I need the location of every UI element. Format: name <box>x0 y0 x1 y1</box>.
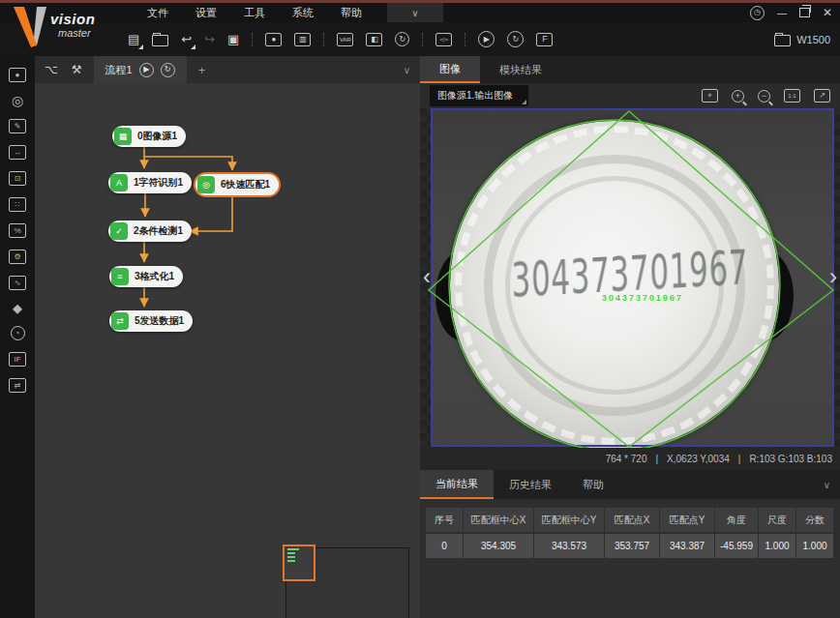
condition-node-icon: ✓ <box>110 222 128 240</box>
image-source-selector[interactable]: 图像源1.输出图像 <box>430 85 528 106</box>
flow-node-ocr[interactable]: A 1字符识别1 <box>108 172 192 193</box>
performance-icon[interactable]: ◷ <box>750 6 765 20</box>
minimap-viewport[interactable] <box>283 544 315 581</box>
data-exchange-icon[interactable]: ⇄ <box>9 378 26 393</box>
cell-index: 0 <box>426 534 463 558</box>
run-continuous-icon[interactable]: ↻ <box>507 31 524 47</box>
format-f-icon[interactable]: F <box>536 33 553 46</box>
table-row[interactable]: 0 354.305 343.573 353.757 343.387 -45.95… <box>426 532 834 558</box>
open-folder-icon[interactable] <box>152 35 168 46</box>
flow-run-loop-icon[interactable]: ↻ <box>161 63 175 77</box>
menu-file[interactable]: 文件 <box>147 6 168 20</box>
position-correction-icon[interactable]: ⊡ <box>9 171 26 186</box>
one-to-one-icon[interactable]: 1:1 <box>784 89 800 103</box>
logic-if-icon[interactable]: IF <box>9 352 26 367</box>
flow-canvas[interactable]: ▦ 0图像源1 A 1字符识别1 ◎ 6快速匹配1 ✓ 2条件检测1 ≡ 3格式… <box>35 83 420 618</box>
flow-run-once-icon[interactable]: ▶ <box>139 63 154 77</box>
wrench-icon[interactable]: ⚒ <box>72 63 82 76</box>
histogram-icon[interactable]: ∿ <box>9 276 26 290</box>
image-settings-icon[interactable]: ⚙ <box>9 250 26 264</box>
col-match-point-x: 匹配点X <box>605 508 659 532</box>
global-variable-icon[interactable]: VAR <box>337 33 353 46</box>
prev-image-arrow[interactable]: ‹ <box>423 265 431 288</box>
add-flow-button[interactable]: + <box>198 63 206 77</box>
flow-node-fast-match[interactable]: ◎ 6快速匹配1 <box>195 174 279 195</box>
cursor-coordinates: X,0623 Y,0034 <box>667 454 730 464</box>
logo-v-icon <box>8 5 50 49</box>
redo-icon[interactable]: ↪ <box>204 33 215 45</box>
module-list-icon[interactable]: ▥ <box>294 33 311 46</box>
zoom-out-icon[interactable]: − <box>758 90 770 103</box>
script-code-icon[interactable]: </> <box>435 33 452 46</box>
location-target-icon[interactable]: ◎ <box>12 94 23 107</box>
col-index: 序号 <box>426 508 463 532</box>
node-label: 5发送数据1 <box>131 314 193 328</box>
node-label: 2条件检测1 <box>130 224 192 238</box>
timer-icon[interactable]: ◔ <box>11 326 25 340</box>
result-panel-chevron-icon[interactable]: ∨ <box>824 480 830 490</box>
global-refresh-icon[interactable]: ↻ <box>395 32 409 46</box>
tab-current-result[interactable]: 当前结果 <box>420 470 494 499</box>
logo-text-line2: master <box>58 27 91 39</box>
menu-system[interactable]: 系统 <box>292 6 314 20</box>
toolbar-separator <box>252 33 253 46</box>
window-controls: ◷ — ✕ <box>750 3 832 22</box>
node-label: 1字符识别1 <box>130 176 192 190</box>
image-status-bar: 764 * 720 | X,0623 Y,0034 | R:103 G:103 … <box>420 448 840 470</box>
pixel-rgb-value: R:103 G:103 B:103 <box>749 454 832 464</box>
col-angle: 角度 <box>715 508 758 532</box>
menu-help[interactable]: 帮助 <box>341 6 362 20</box>
workspace-name: W1500 <box>796 34 830 45</box>
col-match-box-center-y: 匹配框中心Y <box>534 508 604 532</box>
match-overlay <box>420 108 840 448</box>
tab-help[interactable]: 帮助 <box>567 470 619 499</box>
flow-node-send-data[interactable]: ⇄ 5发送数据1 <box>109 310 193 332</box>
toolbar-separator <box>422 33 423 46</box>
zoom-in-icon[interactable]: + <box>732 90 744 103</box>
image-size: 764 * 720 <box>606 454 647 464</box>
flow-node-condition-check[interactable]: ✓ 2条件检测1 <box>108 221 192 242</box>
calibration-points-icon[interactable]: ∷ <box>9 197 26 212</box>
pan-icon[interactable]: ⌖ <box>702 89 718 103</box>
flow-header-chevron-icon[interactable]: ∨ <box>404 65 410 75</box>
contrast-icon[interactable]: ◧ <box>366 33 382 46</box>
visionmaster-window: 文件 设置 工具 系统 帮助 ∨ ◷ — ✕ vision master ▤ ↩ <box>0 0 840 618</box>
undo-icon[interactable]: ↩ <box>181 33 192 45</box>
close-button[interactable]: ✕ <box>823 6 832 19</box>
menu-settings[interactable]: 设置 <box>195 6 217 20</box>
col-scale: 尺度 <box>759 508 795 532</box>
menu-tools[interactable]: 工具 <box>244 6 265 20</box>
fast-match-node-icon: ◎ <box>197 176 215 193</box>
color-fill-icon[interactable]: ◆ <box>13 302 22 314</box>
calculation-icon[interactable]: % <box>9 223 26 238</box>
image-edit-icon[interactable]: ✎ <box>9 119 26 133</box>
image-viewer[interactable]: 304373701967 304373701967 ‹ › <box>420 108 840 448</box>
viewer-tabs: 图像 模块结果 <box>420 56 840 83</box>
fit-screen-icon[interactable]: ↗ <box>814 89 830 103</box>
tab-image[interactable]: 图像 <box>420 56 480 83</box>
status-separator: | <box>738 454 741 464</box>
flow-tab[interactable]: 流程1 ▶ ↻ <box>94 56 187 83</box>
tab-module-result[interactable]: 模块结果 <box>480 56 561 83</box>
acquisition-camera-icon[interactable]: ● <box>9 68 26 82</box>
next-image-arrow[interactable]: › <box>829 265 837 288</box>
run-once-icon[interactable]: ▶ <box>478 31 495 47</box>
flow-node-image-source[interactable]: ▦ 0图像源1 <box>112 126 186 147</box>
restore-button[interactable] <box>799 8 810 17</box>
flow-node-format[interactable]: ≡ 3格式化1 <box>109 266 183 287</box>
workspace-folder-icon <box>774 35 791 46</box>
flow-list-icon[interactable]: ⌥ <box>45 63 58 76</box>
workspace-selector[interactable]: W1500 <box>774 22 830 56</box>
tab-history-result[interactable]: 历史结果 <box>494 470 567 499</box>
minimize-button[interactable]: — <box>777 8 787 18</box>
app-logo: vision master <box>8 5 134 51</box>
camera-icon[interactable]: ● <box>265 33 282 46</box>
flow-header: ⌥ ⚒ 流程1 ▶ ↻ + ∨ <box>35 56 420 83</box>
flow-minimap[interactable]: ↘ <box>285 547 409 618</box>
module-tool-strip: ● ◎ ✎ ↔ ⊡ ∷ % ⚙ ∿ ◆ ◔ IF ⇄ <box>0 56 35 618</box>
save-as-icon[interactable]: ▣ <box>227 33 239 45</box>
col-score: 分数 <box>796 508 833 532</box>
measure-icon[interactable]: ↔ <box>9 145 26 160</box>
toolbar-separator <box>465 33 465 46</box>
titlebar-collapse-button[interactable]: ∨ <box>387 3 443 22</box>
